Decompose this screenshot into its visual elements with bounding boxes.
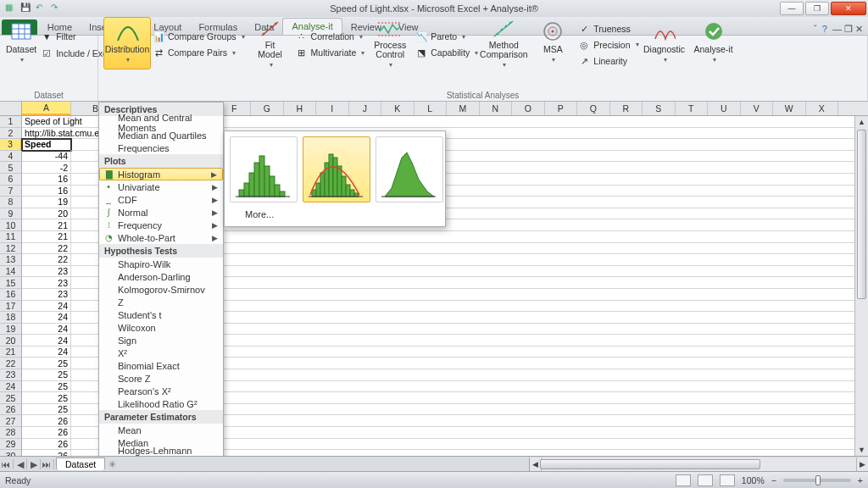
col-header-J[interactable]: J [349,102,382,115]
cell[interactable]: 22 [22,243,71,255]
cell[interactable] [120,243,868,255]
dropdown-item-shapiro-wilk[interactable]: Shapiro-Wilk [99,258,223,270]
pareto-button[interactable]: 📉Pareto▾ [415,29,478,44]
dropdown-item-anderson-darling[interactable]: Anderson-Darling [99,270,223,283]
vscroll-thumb[interactable] [857,130,866,299]
cell[interactable]: 16 [22,186,71,197]
dropdown-item-normal[interactable]: ∫Normal▶ [99,206,223,219]
row-header[interactable]: 10 [0,219,22,231]
dropdown-item-hodges-lehmann-pseudo-median[interactable]: Hodges-Lehmann Pseudo-Median [99,449,223,456]
cell[interactable] [120,427,868,439]
dropdown-item-likelihood-ratio-g-[interactable]: Likelihood Ratio G² [99,397,223,410]
normal-view-button[interactable] [676,474,691,486]
cell[interactable] [120,335,868,347]
row-header[interactable]: 12 [0,243,22,255]
dropdown-item-cdf[interactable]: ⎯CDF▶ [99,193,223,206]
row-header[interactable]: 29 [0,439,22,451]
row-header[interactable]: 8 [0,197,22,208]
cell[interactable]: 25 [22,381,71,393]
distribution-button[interactable]: Distribution ▾ [103,17,151,69]
dropdown-item-histogram[interactable]: ▇Histogram▶ [99,168,223,180]
process-control-button[interactable]: Process Control▾ [366,17,414,69]
cell[interactable] [120,450,868,456]
page-break-view-button[interactable] [720,474,735,486]
row-header[interactable]: 7 [0,186,22,197]
dropdown-item-pearson-s-x-[interactable]: Pearson's X² [99,385,223,397]
cell[interactable]: 24 [22,301,71,313]
dropdown-item-sign[interactable]: Sign [99,334,223,347]
cell[interactable]: 24 [22,335,71,347]
row-header[interactable]: 30 [0,450,22,456]
cell[interactable]: 24 [22,312,71,324]
cell[interactable]: 26 [22,415,71,427]
select-all-corner[interactable] [0,102,22,115]
msa-button[interactable]: MSA▾ [529,17,576,69]
cell[interactable] [120,254,868,266]
row-header[interactable]: 1 [0,116,22,128]
row-header[interactable]: 11 [0,231,22,243]
compare-groups-button[interactable]: 📊Compare Groups▾ [153,29,245,44]
col-header-V[interactable]: V [741,102,774,115]
col-header-O[interactable]: O [512,102,545,115]
horizontal-scrollbar[interactable]: ◀ ▶ [529,458,868,471]
cell[interactable]: 21 [22,231,71,243]
cell[interactable] [120,369,868,381]
scroll-down-icon[interactable]: ▼ [855,444,868,456]
col-header-M[interactable]: M [447,102,480,115]
dropdown-item-mean-and-central-moments[interactable]: Mean and Central Moments [99,116,223,129]
row-header[interactable]: 5 [0,162,22,174]
row-header[interactable]: 4 [0,151,22,163]
col-header-H[interactable]: H [284,102,317,115]
sheet-tab-dataset[interactable]: Dataset [56,458,105,470]
histogram-option-2[interactable] [303,136,370,202]
cell[interactable]: http://lib.stat.cmu.edu [22,128,71,140]
row-header[interactable]: 24 [0,381,22,393]
dropdown-item-mean[interactable]: Mean [99,424,223,436]
row-header[interactable]: 17 [0,301,22,313]
row-header[interactable]: 13 [0,254,22,266]
col-header-P[interactable]: P [545,102,578,115]
cell[interactable]: 26 [22,450,71,456]
cell[interactable]: 25 [22,358,71,369]
diagnostic-button[interactable]: Diagnostic▾ [641,17,688,69]
cell[interactable] [120,277,868,289]
cell[interactable] [120,347,868,358]
row-header[interactable]: 9 [0,208,22,220]
cell[interactable] [120,289,868,301]
row-header[interactable]: 25 [0,392,22,404]
cell[interactable]: 16 [22,174,71,186]
capability-button[interactable]: ⬔Capability▾ [415,45,478,60]
cell[interactable] [120,404,868,416]
cell[interactable]: 25 [22,404,71,416]
correlation-button[interactable]: ∴Correlation▾ [296,29,365,44]
col-header-U[interactable]: U [708,102,741,115]
cell[interactable]: 21 [22,219,71,231]
row-header[interactable]: 6 [0,174,22,186]
dropdown-item-student-s-t[interactable]: Student's t [99,308,223,321]
dropdown-item-wilcoxon[interactable]: Wilcoxon [99,321,223,334]
row-header[interactable]: 19 [0,324,22,336]
cell[interactable]: 26 [22,427,71,439]
cell[interactable]: -2 [22,162,71,174]
cell[interactable]: 23 [22,277,71,289]
cell[interactable] [120,392,868,404]
precision-button[interactable]: ◎Precision▾ [578,37,638,53]
cell[interactable]: Speed of Light [22,116,71,128]
sheet-nav-last-icon[interactable]: ⏭ [41,459,54,469]
multivariate-button[interactable]: ⊞Multivariate▾ [296,45,365,60]
cell[interactable] [120,116,868,128]
cell[interactable] [120,415,868,427]
row-header[interactable]: 27 [0,415,22,427]
zoom-thumb[interactable] [815,475,821,485]
cell[interactable]: 19 [22,197,71,208]
histogram-option-3[interactable] [376,136,443,202]
window-controls-icon[interactable]: ― ❐ ✕ [832,24,863,35]
cell[interactable] [120,381,868,393]
cell[interactable]: -44 [22,151,71,163]
histogram-option-1[interactable] [230,136,298,202]
row-header[interactable]: 28 [0,427,22,439]
vertical-scrollbar[interactable]: ▲ ▼ [854,116,868,456]
col-header-L[interactable]: L [415,102,448,115]
dropdown-item-z[interactable]: Z [99,296,223,308]
compare-pairs-button[interactable]: ⇄Compare Pairs▾ [153,45,245,60]
